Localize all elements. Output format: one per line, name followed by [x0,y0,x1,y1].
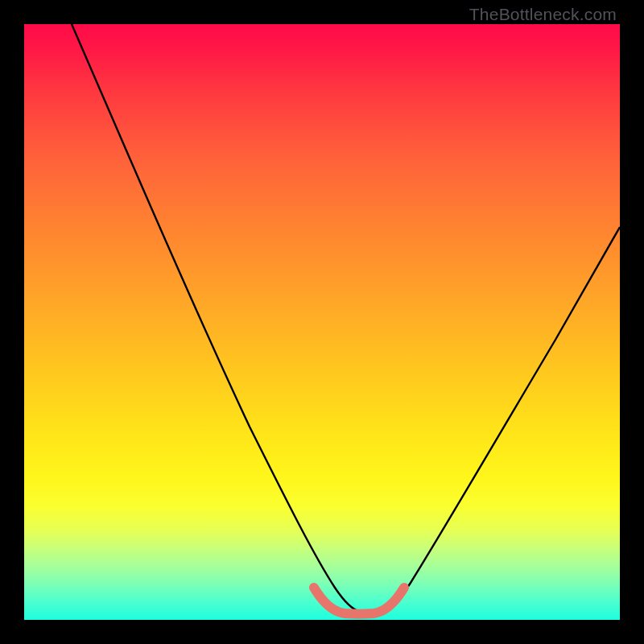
main-curve [72,24,620,612]
watermark-text: TheBottleneck.com [469,5,617,24]
plot-area [24,24,620,620]
highlight-band [314,588,404,614]
chart-frame: TheBottleneck.com [0,0,644,644]
chart-svg [24,24,620,620]
